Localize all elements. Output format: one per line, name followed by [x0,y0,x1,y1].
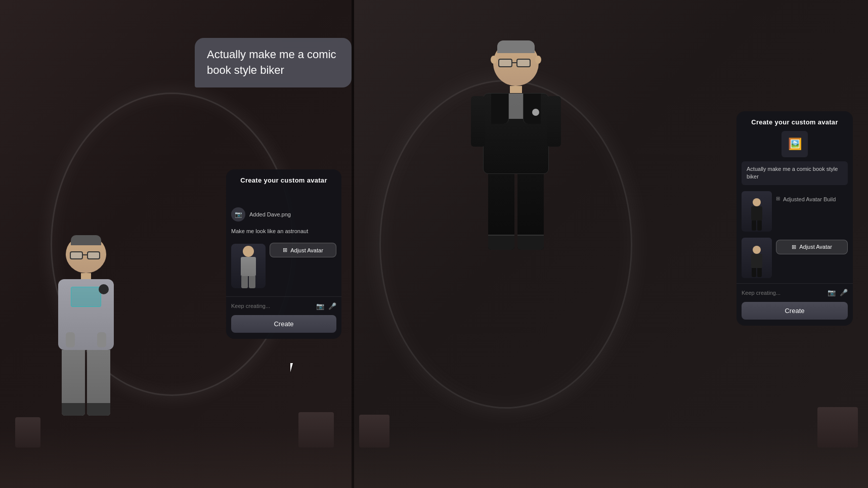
camera-button-right[interactable]: 📷 [828,289,836,296]
step-icon-right: ⊞ [776,196,780,201]
camera-button-left[interactable]: 📷 [316,302,324,310]
adjust-icon-left: ⊞ [283,247,287,253]
planter-right-1 [817,407,858,448]
create-button-label-right: Create [785,307,804,315]
input-icons-right: 📷 🎤 [828,288,848,297]
floor-tiles-right [354,427,868,488]
chat-panel-right: Create your custom avatar 🖼️ Actually ma… [736,111,853,326]
mini-biker-legs [751,220,762,231]
panel-separator [352,0,354,488]
history-item-photo: 📷 Added Dave.png [231,204,336,225]
second-avatar-row-right: ⊞ Adjust Avatar [742,238,848,278]
mini-biker-right [751,198,762,231]
input-icons-left: 📷 🎤 [316,301,336,311]
step-row-right: ⊞ Adjusted Avatar Build [776,191,836,206]
adjust-icon-right: ⊞ [792,244,796,250]
left-panel-body: 📷 Added Dave.png Make me look like an as… [226,204,341,296]
second-avatar-thumb-right [742,238,772,278]
photo-icon-circle: 📷 [231,207,245,221]
camera-icon: 📷 [235,211,242,218]
history-item-astronaut: Make me look like an astronaut [231,225,336,238]
avatar-row-right: ⊞ Adjusted Avatar Build [742,188,848,235]
mic-icon-right: 🎤 [840,289,848,296]
mini-biker-head [753,198,761,206]
chat-spacer [226,189,341,204]
mini-legs-astro [241,276,256,288]
mic-button-left[interactable]: 🎤 [328,302,336,310]
adjust-avatar-button-left[interactable]: ⊞ Adjust Avatar [270,243,336,257]
photo-added-text: Added Dave.png [249,211,291,218]
avatar-thumb-row: ⊞ Adjust Avatar [231,241,336,291]
right-panel-body: 🖼️ Actually make me a comic book style b… [736,131,853,283]
step-info-right: ⊞ Adjusted Avatar Build [776,191,836,206]
mini-biker-body [751,206,762,220]
left-input-area: 📷 🎤 [226,296,341,315]
create-button-label-left: Create [274,320,293,328]
chat-panel-left: Create your custom avatar 📷 Added Dave.p… [226,169,341,339]
camera-icon-left: 📷 [316,302,324,310]
right-input-area: 📷 🎤 [736,283,853,302]
create-button-left[interactable]: Create [231,315,336,333]
planter-left-1 [298,412,334,448]
adjust-button-label-left: Adjust Avatar [290,247,323,253]
create-button-right[interactable]: Create [742,302,848,320]
planter-right-2 [359,415,389,448]
avatar-thumbnail-left [231,244,266,288]
mini-biker2-right [751,246,762,277]
adjust-button-label-right: Adjust Avatar [799,244,832,250]
step-label-right: Adjusted Avatar Build [783,193,836,204]
photo-thumb-icon: 🖼️ [788,138,802,151]
input-row-left: 📷 🎤 [231,301,336,311]
astronaut-prompt-text: Make me look like an astronaut [231,228,308,235]
mic-icon-left: 🎤 [328,302,336,310]
keep-creating-input-right[interactable] [742,288,828,298]
mic-button-right[interactable]: 🎤 [840,289,848,296]
right-panel-title: Create your custom avatar [736,111,853,131]
photo-thumbnail-right: 🖼️ [782,131,808,157]
describe-text-right: Actually make me a comic book style bike… [747,166,838,180]
describe-box-right: Actually make me a comic book style bike… [742,161,848,185]
adjust-area-left: ⊞ Adjust Avatar [270,241,336,257]
mini-body-astro [241,257,256,276]
camera-icon-right: 📷 [828,289,836,296]
adjust-avatar-button-right[interactable]: ⊞ Adjust Avatar [776,240,848,254]
avatar-thumb-right [742,191,772,232]
mini-head-left [243,246,254,257]
avatar-astronaut [30,235,142,448]
left-panel-title: Create your custom avatar [226,169,341,189]
avatar-biker [445,40,587,334]
chat-bubble-text: Actually make me a comic book style bike… [207,48,336,76]
keep-creating-input-left[interactable] [231,301,316,311]
chat-bubble: Actually make me a comic book style bike… [195,38,352,87]
adjust-area-right: ⊞ Adjust Avatar [776,238,848,254]
input-row-right: 📷 🎤 [742,288,848,298]
mini-avatar-left [241,246,256,288]
